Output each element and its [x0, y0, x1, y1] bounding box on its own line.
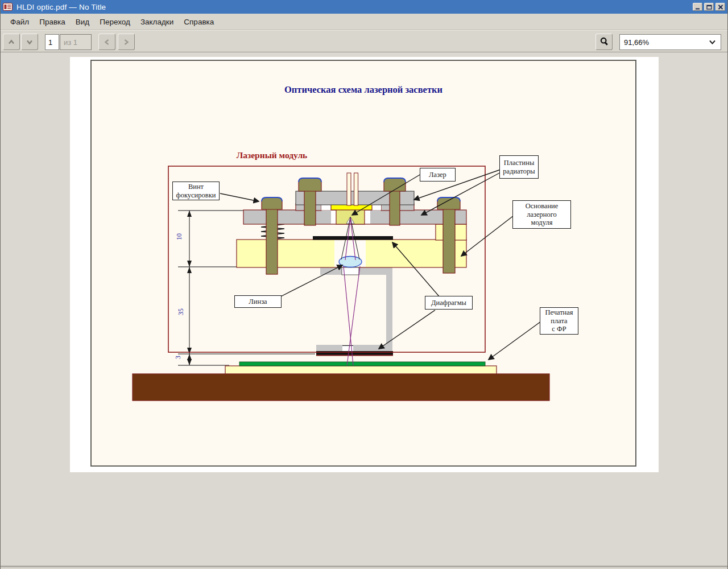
document-viewport[interactable]: Оптическая схема лазерной засветки Лазер…	[1, 52, 727, 567]
maximize-button[interactable]	[704, 3, 714, 11]
pdf-document-icon	[3, 3, 13, 11]
minimize-icon	[695, 5, 701, 10]
magnifier-icon	[599, 37, 609, 47]
pdf-content-canvas: Оптическая схема лазерной засветки Лазер…	[90, 60, 636, 467]
page-number-input[interactable]	[45, 34, 59, 50]
close-button[interactable]	[715, 3, 725, 11]
pcb-support	[225, 366, 497, 374]
pdf-page: Оптическая схема лазерной засветки Лазер…	[70, 57, 659, 472]
zoom-level-value: 91,66%	[624, 38, 649, 47]
callout-text: с ФР	[540, 325, 578, 333]
callout-text: лазерного	[513, 211, 570, 219]
toolbar: из 1 91,66%	[1, 30, 727, 52]
callout-radiator-plates: Пластины радиаторы	[499, 155, 539, 179]
page-total-field: из 1	[60, 34, 92, 50]
zoom-tool-button[interactable]	[595, 34, 613, 50]
callout-focus-screw: Винт фокусировки	[172, 182, 220, 200]
callout-text: Линза	[235, 298, 281, 306]
callout-text: Лазер	[420, 171, 455, 179]
next-page-button[interactable]	[21, 34, 38, 50]
callout-pcb: Печатная плата с ФР	[540, 307, 578, 335]
maximize-icon	[706, 5, 712, 10]
menu-help[interactable]: Справка	[179, 15, 219, 28]
titlebar[interactable]: HLDI optic.pdf — No Title	[1, 0, 727, 14]
callout-text: Диафрагмы	[425, 299, 472, 307]
page-total-label: из 1	[64, 38, 77, 47]
optical-scheme-diagram	[92, 61, 635, 465]
callout-text: модуля	[513, 218, 570, 227]
chevron-down-icon	[26, 39, 34, 46]
focus-screw-shaft	[266, 207, 278, 274]
chevron-left-icon	[104, 38, 110, 46]
dimension-10: 10	[175, 228, 183, 245]
history-forward-button[interactable]	[118, 34, 135, 50]
menu-go[interactable]: Переход	[94, 15, 135, 28]
menubar: Файл Правка Вид Переход Закладки Справка	[1, 14, 727, 30]
callout-lens: Линза	[234, 295, 282, 308]
history-back-button[interactable]	[98, 34, 115, 50]
document-title: Оптическая схема лазерной засветки	[92, 84, 635, 96]
dimension-3: 3	[174, 349, 182, 366]
pcb-board	[239, 362, 485, 366]
menu-view[interactable]: Вид	[71, 15, 94, 28]
window-title: HLDI optic.pdf — No Title	[16, 3, 693, 11]
callout-text: радиаторы	[500, 167, 538, 176]
callout-module-base: Основание лазерного модуля	[512, 200, 571, 229]
callout-text: Винт	[173, 183, 219, 191]
dimension-lines	[178, 211, 315, 365]
window-controls	[693, 3, 725, 11]
lower-diaphragm-edge	[316, 355, 393, 356]
dimension-35: 35	[177, 303, 185, 320]
focus-screw-cap	[262, 197, 282, 209]
callout-text: плата	[540, 317, 578, 325]
callout-text: Печатная	[540, 308, 578, 317]
callout-laser: Лазер	[420, 168, 456, 182]
menu-file[interactable]: Файл	[5, 15, 34, 28]
callout-diaphragms: Диафрагмы	[425, 296, 473, 310]
callout-text: Основание	[513, 202, 570, 211]
zoom-level-select[interactable]: 91,66%	[619, 34, 721, 50]
laser-module-title: Лазерный модуль	[215, 150, 329, 160]
callout-text: Пластины	[500, 159, 538, 167]
menu-bookmarks[interactable]: Закладки	[135, 15, 179, 28]
chevron-down-icon	[709, 39, 716, 45]
chevron-right-icon	[123, 38, 130, 46]
lower-diaphragm	[316, 351, 393, 355]
wooden-base	[133, 374, 549, 401]
chevron-up-icon	[7, 39, 15, 46]
close-icon	[718, 5, 723, 10]
previous-page-button[interactable]	[3, 34, 20, 50]
menu-edit[interactable]: Правка	[34, 15, 71, 28]
callout-text: фокусировки	[173, 191, 219, 200]
minimize-button[interactable]	[693, 3, 702, 11]
pdf-viewer-window: HLDI optic.pdf — No Title	[0, 0, 728, 569]
